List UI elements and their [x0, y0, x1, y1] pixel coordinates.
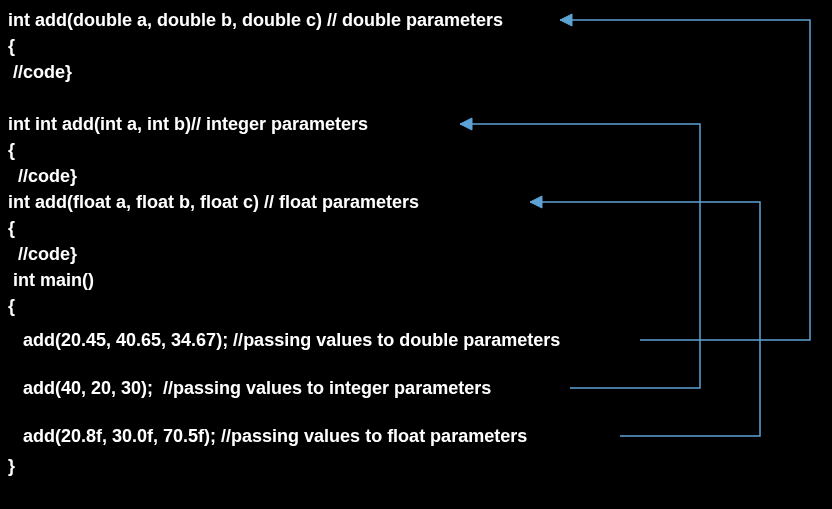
call-float: add(20.8f, 30.0f, 70.5f); //passing valu… — [8, 426, 527, 448]
decl-integer: int int add(int a, int b)// integer para… — [8, 114, 368, 136]
code-body-2: //code} — [8, 166, 77, 188]
code-body-3: //code} — [8, 244, 77, 266]
brace-open-3: { — [8, 218, 15, 240]
svg-marker-2 — [530, 196, 542, 208]
call-double: add(20.45, 40.65, 34.67); //passing valu… — [8, 330, 560, 352]
decl-main: int main() — [8, 270, 94, 292]
code-diagram: { "lines": { "l1": "int add(double a, do… — [0, 0, 832, 509]
brace-open-main: { — [8, 296, 15, 318]
decl-float: int add(float a, float b, float c) // fl… — [8, 192, 419, 214]
brace-open-1: { — [8, 36, 15, 58]
svg-marker-0 — [560, 14, 572, 26]
call-integer: add(40, 20, 30); //passing values to int… — [8, 378, 491, 400]
brace-open-2: { — [8, 140, 15, 162]
arrow-call-double-to-decl-double — [560, 14, 810, 340]
decl-double: int add(double a, double b, double c) //… — [8, 10, 503, 32]
arrow-call-float-to-decl-float — [530, 196, 760, 436]
brace-close-main: } — [8, 456, 15, 478]
svg-marker-1 — [460, 118, 472, 130]
code-body-1: //code} — [8, 62, 72, 84]
